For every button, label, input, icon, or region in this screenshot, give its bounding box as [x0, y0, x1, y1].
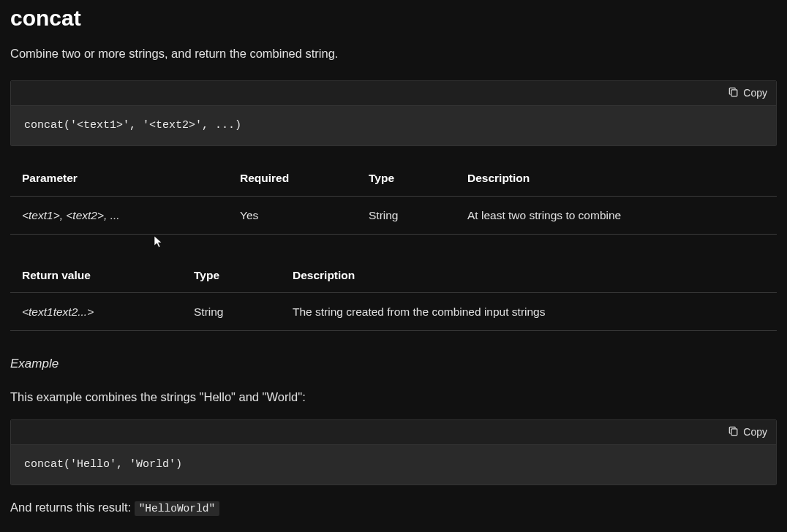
mouse-cursor-icon [154, 235, 164, 248]
syntax-code-block: Copy concat('<text1>', '<text2>', ...) [10, 80, 777, 147]
example-heading: Example [10, 354, 777, 373]
col-description: Description [456, 159, 777, 196]
cell-description: The string created from the combined inp… [281, 293, 777, 331]
example-code-block: Copy concat('Hello', 'World') [10, 419, 777, 486]
col-type: Type [182, 256, 281, 293]
copy-icon [728, 87, 739, 99]
col-required: Required [228, 159, 357, 196]
table-row: <text1text2...> String The string create… [10, 293, 777, 331]
table-header-row: Return value Type Description [10, 256, 777, 293]
col-return-value: Return value [10, 256, 182, 293]
table-row: <text1>, <text2>, ... Yes String At leas… [10, 196, 777, 234]
result-prefix: And returns this result: [10, 501, 135, 514]
page-title: concat [10, 1, 777, 34]
table-header-row: Parameter Required Type Description [10, 159, 777, 196]
result-value: "HelloWorld" [135, 501, 219, 516]
svg-rect-0 [731, 90, 737, 96]
copy-icon [728, 426, 739, 438]
parameters-table: Parameter Required Type Description <tex… [10, 159, 777, 235]
col-parameter: Parameter [10, 159, 228, 196]
col-type: Type [357, 159, 456, 196]
example-code: concat('Hello', 'World') [11, 445, 776, 485]
return-table: Return value Type Description <text1text… [10, 256, 777, 332]
copy-button[interactable]: Copy [728, 426, 767, 438]
col-description: Description [281, 256, 777, 293]
syntax-code: concat('<text1>', '<text2>', ...) [11, 106, 776, 146]
code-header: Copy [11, 81, 776, 106]
copy-button[interactable]: Copy [728, 87, 767, 99]
cell-type: String [182, 293, 281, 331]
cell-description: At least two strings to combine [456, 196, 777, 234]
example-description: This example combines the strings "Hello… [10, 388, 777, 406]
copy-label: Copy [743, 426, 767, 438]
copy-label: Copy [743, 87, 767, 99]
cell-parameter: <text1>, <text2>, ... [10, 196, 228, 234]
cell-return-value: <text1text2...> [10, 293, 182, 331]
cell-type: String [357, 196, 456, 234]
function-description: Combine two or more strings, and return … [10, 45, 777, 63]
code-header: Copy [11, 420, 776, 445]
svg-rect-1 [731, 428, 737, 435]
example-result: And returns this result: "HelloWorld" [10, 498, 777, 517]
cell-required: Yes [228, 196, 357, 234]
